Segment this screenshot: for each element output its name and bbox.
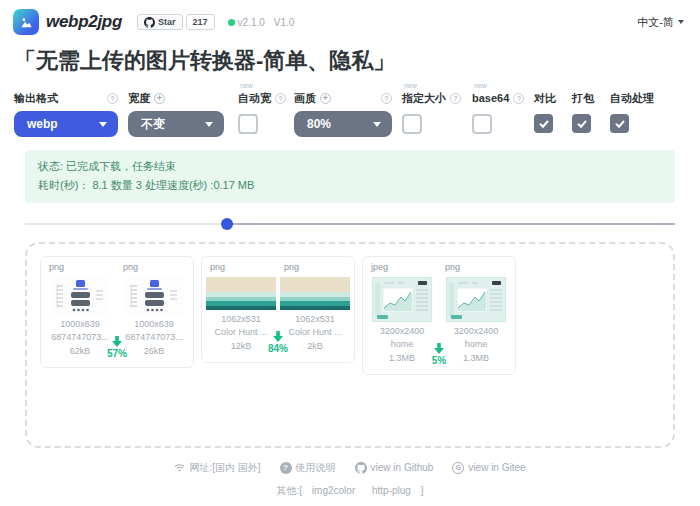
base64-control: new base64? [472, 90, 526, 134]
site-urls-label: 网址:[国内 国外] [189, 461, 260, 475]
output-thumbnail-diagram[interactable] [125, 277, 183, 315]
auto-process-checkbox[interactable] [610, 114, 629, 133]
page-title: 「无需上传的图片转换器-简单、隐私」 [14, 46, 686, 76]
slider-track-left [25, 223, 227, 225]
result-card[interactable]: png 1000x639 6874747073... 62kB png [40, 256, 194, 369]
base64-checkbox[interactable] [472, 114, 492, 134]
auto-width-control: new 自动宽? [238, 90, 288, 134]
reduction-badge: 84% [262, 331, 294, 354]
width-select[interactable]: 不变 [128, 111, 224, 137]
source-thumbnail-palette[interactable] [206, 277, 276, 310]
github-octocat-icon [355, 462, 367, 474]
output-format-control: 输出格式? webp [14, 90, 118, 137]
source-dimensions: 1000x639 [43, 318, 117, 332]
app-version: v2.1.0 [238, 17, 265, 28]
output-format-label: png [278, 262, 352, 275]
source-thumbnail-diagram[interactable] [51, 277, 109, 315]
controls-bar: 输出格式? webp 宽度+ 不变 new 自动宽? 画质+? 80% new … [0, 78, 700, 137]
new-tag: new [404, 82, 417, 89]
progress-slider[interactable] [25, 218, 675, 230]
help-doc-link[interactable]: ? 使用说明 [280, 461, 336, 475]
specify-size-label: 指定大小 [402, 91, 446, 106]
star-count: 217 [186, 14, 215, 30]
image-dropzone[interactable]: png 1000x639 6874747073... 62kB png [25, 242, 675, 448]
auto-width-checkbox[interactable] [238, 114, 258, 134]
reduction-percent: 5% [423, 355, 455, 366]
reduction-badge: 5% [423, 343, 455, 366]
width-control: 宽度+ 不变 [128, 90, 224, 137]
help-icon[interactable]: ? [107, 93, 118, 104]
other-prefix: 其他:[ [277, 485, 303, 496]
auto-process-label: 自动处理 [610, 91, 654, 106]
site-urls-link[interactable]: 网址:[国内 国外] [174, 461, 260, 475]
result-card[interactable]: png 1062x531 Color Hunt ... 12kB png 106… [201, 256, 355, 364]
source-dimensions: 1062x531 [204, 313, 278, 327]
source-thumbnail-dashboard[interactable] [372, 277, 432, 322]
other-suffix: ] [421, 485, 424, 496]
other-links-row: 其他:[ img2color http-plug ] [0, 484, 700, 498]
github-label: view in Github [371, 462, 434, 473]
output-format-label: png [117, 262, 191, 275]
star-label: Star [158, 17, 176, 27]
auto-width-label: 自动宽 [238, 91, 271, 106]
quality-value: 80% [307, 117, 331, 131]
output-format-label: png [439, 262, 513, 275]
caret-down-icon [99, 122, 107, 127]
output-dimensions: 1000x639 [117, 318, 191, 332]
help-icon[interactable]: ? [275, 93, 286, 104]
help-icon[interactable]: ? [381, 93, 392, 104]
specify-size-control: new 指定大小? [402, 90, 466, 134]
output-dimensions: 3200x2400 [439, 325, 513, 339]
wifi-icon [174, 463, 185, 473]
reduction-badge: 57% [101, 336, 133, 359]
img2color-link[interactable]: img2color [312, 485, 355, 496]
gitee-icon: G [452, 462, 464, 474]
http-plug-link[interactable]: http-plug [372, 485, 411, 496]
add-width-icon[interactable]: + [154, 93, 165, 104]
caret-down-icon [678, 20, 684, 24]
package-checkbox[interactable] [572, 114, 591, 133]
status-panel: 状态: 已完成下载，任务结束 耗时(秒)： 8.1 数量 3 处理速度(秒) :… [25, 150, 675, 203]
github-link[interactable]: view in Github [355, 462, 434, 474]
output-format-select[interactable]: webp [14, 111, 118, 137]
specify-size-checkbox[interactable] [402, 114, 422, 134]
slider-handle[interactable] [221, 218, 233, 230]
github-octocat-icon [144, 17, 155, 28]
quality-label: 画质 [294, 91, 316, 106]
page-footer: 网址:[国内 国外] ? 使用说明 view in Github G view … [0, 461, 700, 498]
language-selector[interactable]: 中文-简 [637, 15, 684, 30]
help-icon[interactable]: ? [450, 93, 461, 104]
add-quality-icon[interactable]: + [320, 93, 331, 104]
output-thumbnail-dashboard[interactable] [446, 277, 506, 322]
download-arrow-icon [112, 336, 122, 347]
app-logo-icon [13, 9, 39, 35]
output-thumbnail-palette[interactable] [280, 277, 350, 310]
version-status-dot [228, 19, 235, 26]
output-dimensions: 1062x531 [278, 313, 352, 327]
source-format-label: png [204, 262, 278, 275]
github-star-badge[interactable]: Star 217 [137, 14, 215, 30]
width-label: 宽度 [128, 91, 150, 106]
package-control: 打包 [572, 90, 608, 133]
new-tag: new [240, 82, 253, 89]
source-format-label: jpeg [365, 262, 439, 275]
source-format-label: png [43, 262, 117, 275]
output-format-value: webp [27, 117, 58, 131]
width-value: 不变 [141, 116, 165, 133]
app-header: webp2jpg Star 217 v2.1.0 V1.0 中文-简 [0, 0, 700, 39]
help-icon[interactable]: ? [513, 93, 524, 104]
result-card[interactable]: jpeg 3200x2400 home 1.3MB png [362, 256, 516, 376]
auto-process-control: 自动处理 [610, 90, 672, 133]
gitee-label: view in Gitee [468, 462, 525, 473]
package-label: 打包 [572, 91, 594, 106]
compare-label: 对比 [534, 91, 556, 106]
quality-control: 画质+? 80% [294, 90, 392, 137]
download-arrow-icon [273, 331, 283, 342]
compare-checkbox[interactable] [534, 114, 553, 133]
gitee-link[interactable]: G view in Gitee [452, 462, 525, 474]
status-line-2: 耗时(秒)： 8.1 数量 3 处理速度(秒) :0.17 MB [38, 176, 662, 195]
source-dimensions: 3200x2400 [365, 325, 439, 339]
quality-select[interactable]: 80% [294, 111, 392, 137]
compare-control: 对比 [534, 90, 570, 133]
slider-track-right [227, 223, 676, 225]
